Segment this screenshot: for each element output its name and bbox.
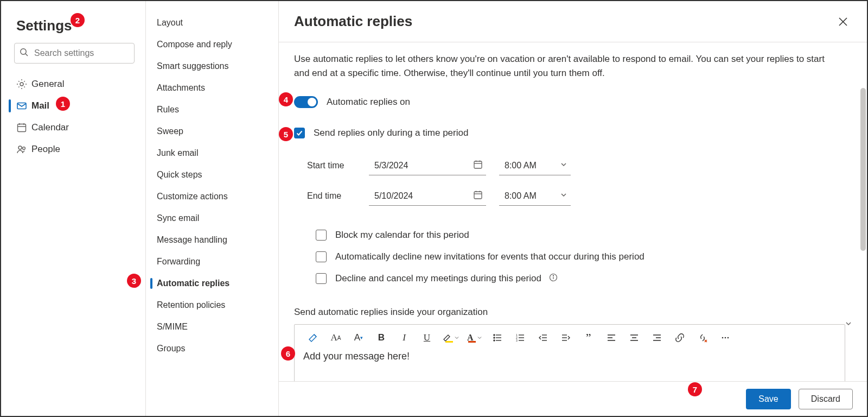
subnav-message-handling[interactable]: Message handling [146,229,278,251]
callout-7: 7 [688,382,702,396]
category-calendar[interactable]: Calendar [1,117,145,138]
block-calendar-checkbox[interactable] [316,230,327,241]
close-button[interactable] [833,12,853,31]
quote-icon[interactable]: ” [581,330,596,345]
end-time-value: 8:00 AM [505,191,537,201]
subnav-quick-steps[interactable]: Quick steps [146,164,278,186]
subnav-label: Smart suggestions [157,61,229,71]
start-time-label: Start time [307,161,367,170]
calendar-icon [473,160,483,172]
category-label: Calendar [31,122,69,133]
chevron-down-icon[interactable] [845,319,852,329]
numbered-list-icon[interactable]: 123 [513,330,528,345]
subnav-compose-reply[interactable]: Compose and reply [146,34,278,55]
end-time-label: End time [307,191,367,201]
svg-rect-12 [474,161,482,168]
more-options-icon[interactable] [718,330,733,345]
subnav-label: Automatic replies [157,279,229,288]
subnav-smime[interactable]: S/MIME [146,316,278,338]
align-right-icon[interactable] [649,330,665,345]
subnav-sweep[interactable]: Sweep [146,121,278,142]
subnav-label: Groups [157,344,185,353]
callout-6: 6 [281,346,295,361]
svg-point-25 [494,337,495,338]
end-date-input[interactable]: 5/10/2024 [369,186,486,206]
subnav-automatic-replies[interactable]: Automatic replies [146,273,278,294]
info-icon[interactable] [549,273,558,284]
bold-icon[interactable]: B [374,330,389,345]
subnav-junk-email[interactable]: Junk email [146,142,278,164]
subnav-forwarding[interactable]: Forwarding [146,251,278,273]
underline-icon[interactable]: U [419,330,435,345]
subnav-label: Sync email [157,213,199,223]
subnav-label: Sweep [157,127,183,136]
message-editor[interactable]: AA A▾ B I U A 123 ” Add your message her… [294,324,845,381]
italic-icon[interactable]: I [397,330,412,345]
bullet-list-icon[interactable] [490,330,505,345]
start-time-input[interactable]: 8:00 AM [499,156,571,175]
subnav-groups[interactable]: Groups [146,338,278,359]
indent-icon[interactable] [558,330,573,345]
font-size-icon[interactable]: A▾ [351,330,366,345]
callout-2: 2 [71,13,85,27]
font-color-icon[interactable]: A [467,333,482,343]
category-people[interactable]: People [1,138,145,160]
highlight-icon[interactable] [442,333,459,343]
category-mail[interactable]: Mail [1,95,145,117]
subnav-customize-actions[interactable]: Customize actions [146,186,278,207]
start-date-value: 5/3/2024 [374,161,408,170]
automatic-replies-toggle[interactable] [294,96,318,108]
start-date-input[interactable]: 5/3/2024 [369,156,486,175]
category-label: People [31,144,60,155]
cancel-meetings-checkbox[interactable] [316,273,327,284]
search-input[interactable] [14,43,135,64]
save-button[interactable]: Save [746,389,790,409]
svg-text:3: 3 [516,339,518,342]
subnav-sync-email[interactable]: Sync email [146,207,278,229]
checkbox-label: Send replies only during a time period [314,128,468,138]
align-left-icon[interactable] [604,330,619,345]
subnav-rules[interactable]: Rules [146,99,278,121]
end-date-value: 5/10/2024 [374,191,413,201]
callout-1: 1 [56,97,70,111]
decline-invitations-checkbox[interactable] [316,251,327,262]
subnav-label: Compose and reply [157,40,232,49]
panel-description: Use automatic replies to let others know… [294,52,831,80]
font-family-icon[interactable]: AA [328,330,343,345]
unlink-icon[interactable] [695,330,710,345]
callout-4: 4 [279,92,293,106]
svg-point-27 [494,340,495,341]
subnav-label: Quick steps [157,170,202,180]
outdent-icon[interactable] [535,330,551,345]
subnav-label: Forwarding [157,257,200,267]
subnav-label: Message handling [157,235,227,245]
editor-placeholder[interactable]: Add your message here! [295,351,845,362]
svg-point-23 [494,334,495,336]
end-time-input[interactable]: 8:00 AM [499,186,571,206]
svg-point-22 [553,275,553,276]
svg-point-54 [727,337,729,339]
subnav-label: Retention policies [157,300,225,310]
time-period-checkbox[interactable] [294,128,305,138]
svg-point-52 [722,337,723,339]
subnav-retention-policies[interactable]: Retention policies [146,294,278,316]
format-painter-icon[interactable] [305,330,321,345]
subnav-layout[interactable]: Layout [146,12,278,34]
category-label: Mail [31,100,49,111]
category-label: General [31,79,64,90]
calendar-icon [16,122,31,133]
subnav-attachments[interactable]: Attachments [146,77,278,99]
subnav-smart-suggestions[interactable]: Smart suggestions [146,55,278,77]
checkbox-label: Block my calendar for this period [335,230,469,241]
subnav-label: Junk email [157,148,198,158]
chevron-down-icon [560,191,567,201]
panel-title: Automatic replies [294,13,412,30]
category-general[interactable]: General [1,73,145,95]
subnav-label: Attachments [157,83,205,93]
align-center-icon[interactable] [627,330,642,345]
svg-point-8 [18,146,22,149]
link-icon[interactable] [672,330,687,345]
callout-3: 3 [127,274,141,288]
scrollbar[interactable] [860,88,866,251]
discard-button[interactable]: Discard [799,389,853,409]
